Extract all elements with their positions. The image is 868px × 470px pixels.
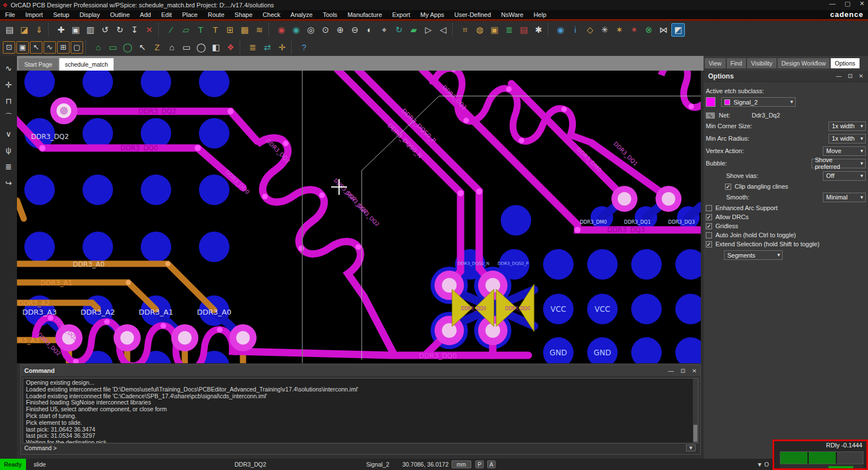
enhanced-arc-checkbox[interactable] (706, 205, 712, 211)
slide-alt-icon[interactable]: ↪ (2, 177, 15, 189)
options-close-icon[interactable]: ✕ (859, 73, 863, 79)
shape-edit-boundary-icon[interactable]: Z (150, 41, 164, 54)
copy-visibility-icon[interactable]: ▣ (488, 23, 501, 37)
pcb-canvas[interactable]: DDR3_DQ2 DDR3_DQ2 DDR3_DQ0 DDR3_DQ2 DDR3… (17, 71, 701, 363)
save-drawing-icon[interactable]: ⇓ (32, 23, 46, 37)
shadow-mode-icon[interactable]: ✶ (613, 23, 626, 37)
minimize-button[interactable]: — (829, 0, 835, 7)
segments-dropdown[interactable]: Segments▼ (724, 250, 783, 260)
waive-drc-icon[interactable]: ⋈ (657, 23, 670, 37)
zoom-in-icon[interactable]: ⊕ (333, 23, 347, 37)
subclass-dropdown[interactable]: Signal_2 ▼ (721, 97, 796, 107)
frame-tool-icon[interactable]: ▢ (71, 41, 83, 54)
status-report-icon[interactable]: ≣ (246, 41, 259, 54)
reports-icon[interactable]: ▤ (517, 23, 531, 37)
menu-my-apps[interactable]: My Apps (415, 11, 449, 18)
tab-start-page[interactable]: Start Page (19, 58, 58, 71)
command-prompt[interactable]: Command > ▼ (24, 443, 696, 452)
shape-polygon-icon[interactable]: ⌂ (165, 41, 179, 54)
slide-tool-icon[interactable]: ✛ (2, 79, 15, 90)
tab-find[interactable]: Find (727, 58, 746, 68)
serpentine-dq2-center[interactable] (235, 129, 385, 312)
allow-drcs-checkbox[interactable]: ✓ (706, 214, 712, 220)
close-button[interactable]: ✕ (860, 0, 865, 7)
status-filter[interactable]: ▼ O (757, 461, 769, 468)
command-scrollbar[interactable] (693, 378, 698, 443)
menu-import[interactable]: Import (20, 11, 48, 18)
menu-analyze[interactable]: Analyze (285, 11, 318, 18)
menu-user-defined[interactable]: User-Defined (449, 11, 496, 18)
command-history-dropdown-icon[interactable]: ▼ (686, 445, 696, 451)
add-text-icon[interactable]: T (194, 23, 207, 37)
board-view-icon[interactable]: ▰ (407, 23, 420, 37)
serpentine-corner[interactable] (654, 71, 701, 118)
command-log[interactable]: Opening existing design... Loaded existi… (23, 378, 698, 443)
spread-lines-icon[interactable]: ≣ (2, 161, 15, 172)
command-minimize-icon[interactable]: — (668, 368, 674, 374)
menu-setup[interactable]: Setup (48, 11, 75, 18)
measure-3d-icon[interactable]: ◇ (583, 23, 597, 37)
add-shape-icon[interactable]: ▱ (179, 23, 193, 37)
tab-schedule-match[interactable]: schedule_match (59, 58, 114, 71)
zoom-previous-icon[interactable]: ◐ (363, 23, 376, 37)
extend-selection-checkbox[interactable]: ✓ (706, 241, 712, 247)
select-net-icon[interactable]: ↖ (30, 41, 42, 54)
shape-select-icon[interactable]: ↖ (136, 41, 149, 54)
add-connect-icon[interactable]: ∿ (2, 63, 15, 74)
visibility-eye-icon[interactable]: ◉ (554, 23, 567, 37)
redo-icon[interactable]: ↻ (113, 23, 127, 37)
zoom-center-icon[interactable]: ⌖ (377, 23, 391, 37)
delete-icon[interactable]: ▥ (84, 23, 97, 37)
delay-tune-icon[interactable]: ⊓ (2, 95, 15, 107)
menu-add[interactable]: Add (135, 11, 157, 18)
command-restore-icon[interactable]: ⊡ (680, 368, 685, 374)
menu-file[interactable]: File (0, 11, 20, 18)
pin-tool-icon[interactable]: ▣ (16, 41, 29, 54)
menu-help[interactable]: Help (528, 11, 552, 18)
copy-icon[interactable]: ▣ (69, 23, 83, 37)
menu-outline[interactable]: Outline (105, 11, 135, 18)
custom-smooth-icon[interactable]: ⌒ (2, 112, 15, 123)
swap-icon[interactable]: ⇄ (261, 41, 274, 54)
color-dialog-icon[interactable]: ◍ (473, 23, 487, 37)
add-bus-icon[interactable]: ≋ (253, 23, 266, 37)
edit-text-icon[interactable]: T (209, 23, 222, 37)
zoom-fit-icon[interactable]: ◉ (289, 23, 303, 37)
vertex-icon[interactable]: ∨ (2, 128, 15, 140)
bubble-dropdown[interactable]: Shove preferred▼ (811, 159, 866, 168)
group-tool-icon[interactable]: ⊞ (57, 41, 70, 54)
add-line-icon[interactable]: ∕ (164, 23, 178, 37)
menu-tools[interactable]: Tools (318, 11, 342, 18)
new-drawing-icon[interactable]: ▤ (3, 23, 16, 37)
tab-options[interactable]: Options (831, 58, 859, 68)
menu-route[interactable]: Route (203, 11, 229, 18)
smooth-dropdown[interactable]: Minimal▼ (823, 193, 866, 202)
min-arc-dropdown[interactable]: 1x width▼ (828, 134, 866, 143)
menu-manufacture[interactable]: Manufacture (342, 11, 387, 18)
move-icon[interactable]: ✚ (54, 23, 68, 37)
fix-pin-icon[interactable]: ↧ (128, 23, 141, 37)
layer-priority-icon[interactable]: ≣ (502, 23, 516, 37)
menu-display[interactable]: Display (75, 11, 105, 18)
shove-vias-dropdown[interactable]: Off▼ (823, 171, 866, 181)
units-button[interactable]: mm (452, 460, 471, 468)
shape-polygon-add-icon[interactable]: ⌂ (92, 41, 105, 54)
vertex-action-dropdown[interactable]: Move▼ (823, 146, 866, 156)
gridless-checkbox[interactable]: ✓ (706, 223, 712, 229)
shape-void-icon[interactable]: ❖ (224, 41, 237, 54)
tab-visibility[interactable]: Visibility (747, 58, 776, 68)
shadow-off-icon[interactable]: ✶ (627, 23, 641, 37)
tab-design-workflow[interactable]: Design Workflow (778, 58, 830, 68)
grid-toggle-icon[interactable]: ⌗ (458, 23, 472, 37)
menu-edit[interactable]: Edit (156, 11, 177, 18)
zoom-by-points-icon[interactable]: ◎ (304, 23, 318, 37)
command-title-bar[interactable]: Command — ⊡ ✕ (21, 365, 700, 376)
help-icon[interactable]: ? (297, 41, 311, 54)
clip-dangling-checkbox[interactable]: ✓ (725, 184, 731, 190)
padstack-tool-icon[interactable]: ⊡ (3, 41, 15, 54)
create-fanout-icon[interactable]: ψ (2, 145, 15, 156)
shape-circle-add-icon[interactable]: ◯ (121, 41, 134, 54)
zoom-out-icon[interactable]: ⊖ (348, 23, 362, 37)
menu-shape[interactable]: Shape (229, 11, 258, 18)
menu-place[interactable]: Place (177, 11, 203, 18)
